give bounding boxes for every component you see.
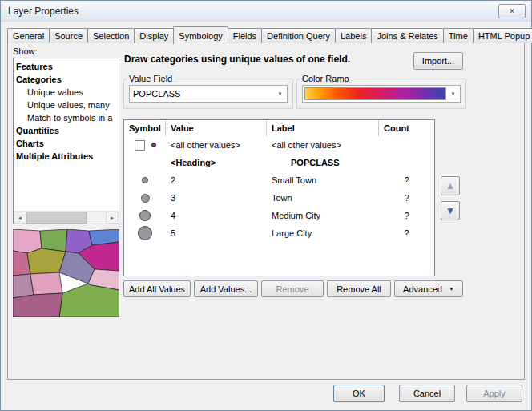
header-label: Label — [267, 120, 379, 136]
table-row[interactable]: 3 Town ? — [124, 189, 434, 207]
table-row[interactable]: 2 Small Town ? — [124, 171, 434, 189]
tab-source[interactable]: Source — [49, 28, 88, 43]
tab-symbology[interactable]: Symbology — [173, 26, 228, 44]
tree-item-unique-values[interactable]: Unique values — [14, 86, 119, 99]
close-button[interactable]: ✕ — [498, 4, 526, 18]
remove-button: Remove — [261, 280, 324, 297]
value-cell: 3 — [166, 193, 267, 203]
tab-definition-query[interactable]: Definition Query — [261, 28, 336, 43]
move-down-button[interactable]: ▼ — [441, 201, 460, 220]
point-symbol-icon[interactable] — [138, 226, 152, 240]
tab-general[interactable]: General — [7, 28, 50, 43]
value-field-value: POPCLASS — [130, 89, 273, 99]
advanced-button-label: Advanced — [403, 284, 442, 294]
advanced-button[interactable]: Advanced ▼ — [394, 280, 463, 297]
label-cell: Town — [267, 193, 379, 203]
arrow-up-icon: ▲ — [445, 180, 455, 191]
move-up-button[interactable]: ▲ — [441, 176, 460, 195]
tab-labels[interactable]: Labels — [335, 28, 372, 43]
show-tree: Features Categories Unique values Unique… — [13, 58, 119, 224]
label-cell: <all other values> — [267, 140, 379, 150]
tree-item-quantities[interactable]: Quantities — [14, 124, 119, 137]
label-cell: Large City — [267, 228, 379, 238]
all-other-values-checkbox[interactable] — [135, 140, 145, 151]
value-field-combobox[interactable]: POPCLASS ▼ — [129, 85, 288, 103]
count-cell: ? — [379, 228, 434, 238]
label-cell: POPCLASS — [267, 158, 379, 167]
symbol-cell — [124, 140, 166, 151]
point-symbol-icon[interactable] — [139, 210, 151, 221]
tree-item-multiple-attributes[interactable]: Multiple Attributes — [14, 150, 119, 163]
tab-html-popup[interactable]: HTML Popup — [473, 28, 532, 43]
apply-button: Apply — [466, 385, 522, 402]
value-field-group: Value Field POPCLASS ▼ — [123, 74, 293, 109]
add-all-values-button[interactable]: Add All Values — [123, 280, 191, 297]
tree-horizontal-scrollbar[interactable]: ◄ ► — [14, 211, 119, 224]
symbol-cell — [124, 194, 166, 203]
table-row[interactable]: <Heading> POPCLASS — [124, 154, 434, 171]
show-label: Show: — [13, 46, 38, 56]
map-preview — [13, 229, 119, 317]
tab-time[interactable]: Time — [443, 28, 474, 43]
color-ramp-label: Color Ramp — [300, 74, 352, 83]
import-button[interactable]: Import... — [413, 52, 463, 70]
label-cell: Medium City — [267, 211, 379, 220]
point-symbol-icon[interactable] — [142, 177, 148, 183]
symbol-cell — [124, 177, 166, 183]
chevron-down-icon: ▼ — [449, 286, 454, 292]
tree-item-features[interactable]: Features — [14, 60, 119, 73]
remove-all-button[interactable]: Remove All — [327, 280, 391, 297]
tab-fields[interactable]: Fields — [228, 28, 262, 43]
point-symbol-icon[interactable] — [141, 194, 150, 203]
point-symbol-icon[interactable] — [151, 143, 156, 147]
cancel-button[interactable]: Cancel — [399, 385, 455, 402]
ok-button[interactable]: OK — [333, 385, 385, 402]
color-ramp-combobox[interactable]: ▼ — [302, 85, 461, 103]
count-cell: ? — [379, 211, 434, 220]
close-icon: ✕ — [509, 7, 515, 15]
symbol-cell — [124, 226, 166, 240]
symbol-cell — [124, 210, 166, 221]
count-cell: ? — [379, 175, 434, 185]
window-title: Layer Properties — [8, 6, 79, 17]
add-values-button[interactable]: Add Values... — [194, 280, 258, 297]
value-cell: 5 — [166, 228, 267, 238]
label-cell: Small Town — [267, 175, 379, 185]
tab-strip: General Source Selection Display Symbolo… — [7, 26, 532, 43]
value-field-label: Value Field — [127, 74, 175, 83]
value-cell: <all other values> — [166, 140, 267, 150]
scroll-right-icon[interactable]: ► — [106, 212, 119, 224]
scrollbar-thumb[interactable] — [26, 212, 87, 224]
value-cell: <Heading> — [166, 158, 267, 167]
count-cell: ? — [379, 193, 434, 203]
table-row[interactable]: 4 Medium City ? — [124, 207, 434, 224]
value-cell: 2 — [166, 175, 267, 185]
chevron-down-icon[interactable]: ▼ — [446, 86, 460, 102]
color-ramp-swatch — [304, 87, 446, 100]
layer-properties-dialog: Layer Properties ✕ General Source Select… — [0, 0, 532, 411]
tree-item-unique-values-many[interactable]: Unique values, many — [14, 99, 119, 111]
symbology-page: Show: Features Categories Unique values … — [7, 42, 525, 380]
table-header: Symbol Value Label Count — [124, 120, 434, 136]
tree-item-categories[interactable]: Categories — [14, 73, 119, 86]
scroll-left-icon[interactable]: ◄ — [14, 212, 26, 224]
titlebar[interactable]: Layer Properties ✕ — [1, 1, 531, 22]
scrollbar-track[interactable] — [26, 212, 106, 224]
color-ramp-group: Color Ramp ▼ — [296, 74, 466, 109]
header-symbol: Symbol — [124, 120, 166, 136]
tab-joins-relates[interactable]: Joins & Relates — [371, 28, 443, 43]
value-cell: 4 — [166, 211, 267, 220]
tree-item-charts[interactable]: Charts — [14, 137, 119, 150]
table-row[interactable]: 5 Large City ? — [124, 224, 434, 242]
tab-display[interactable]: Display — [134, 28, 174, 43]
tab-selection[interactable]: Selection — [87, 28, 135, 43]
page-description: Draw categories using unique values of o… — [124, 54, 350, 65]
unique-values-table: Symbol Value Label Count <all other valu… — [123, 119, 435, 276]
tree-item-match-symbols[interactable]: Match to symbols in a — [14, 111, 119, 124]
header-count: Count — [379, 120, 434, 136]
table-row[interactable]: <all other values> <all other values> — [124, 136, 434, 154]
chevron-down-icon[interactable]: ▼ — [273, 86, 287, 102]
arrow-down-icon: ▼ — [445, 205, 455, 216]
header-value: Value — [166, 120, 267, 136]
